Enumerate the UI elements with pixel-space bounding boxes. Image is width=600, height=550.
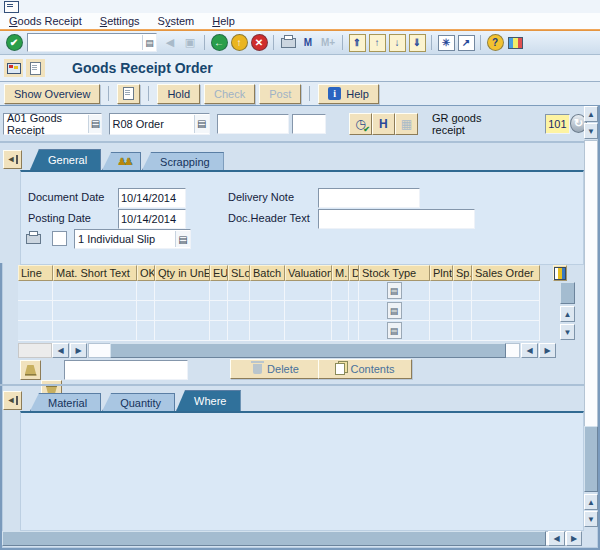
doc-header-text-input[interactable] (318, 209, 475, 229)
exit-button[interactable]: ↑ (229, 33, 249, 52)
table-cell[interactable] (155, 321, 210, 341)
column-header-m-[interactable]: M.. (332, 265, 349, 281)
table-cell[interactable] (155, 301, 210, 321)
close-header-button[interactable]: ◄ (3, 150, 22, 169)
table-cell[interactable] (453, 321, 472, 341)
table-cell[interactable] (18, 321, 53, 341)
dropdown-icon[interactable]: ▤ (175, 231, 190, 247)
window-system-icon[interactable] (4, 1, 19, 13)
column-header-sp-[interactable]: Sp.. (453, 265, 472, 281)
enter-button[interactable]: ✔ (4, 33, 24, 52)
table-cell[interactable] (349, 321, 359, 341)
hold-list-button[interactable]: H (372, 113, 395, 135)
stock-type-dropdown-icon[interactable]: ▤ (387, 322, 402, 339)
table-cell[interactable] (210, 281, 228, 301)
table-cell[interactable] (453, 301, 472, 321)
overview-toggle-button[interactable] (4, 59, 23, 77)
command-input[interactable] (28, 35, 142, 50)
previous-item-button[interactable] (20, 360, 41, 380)
new-document-button[interactable] (117, 84, 140, 104)
main-scroll-left-button[interactable]: ◀ (548, 531, 565, 546)
column-header-line[interactable]: Line (18, 265, 53, 281)
table-cell[interactable] (472, 321, 540, 341)
table-cell[interactable] (349, 301, 359, 321)
table-cell[interactable]: ▤ (359, 301, 430, 321)
main-scroll-right-button[interactable]: ▶ (566, 531, 582, 546)
table-cell[interactable] (137, 321, 155, 341)
new-session-button[interactable]: ✳ (436, 33, 456, 52)
stock-type-dropdown-icon[interactable]: ▤ (387, 302, 402, 319)
tab-scrapping[interactable]: Scrapping (142, 152, 224, 170)
close-detail-button[interactable]: ◄ (3, 391, 22, 410)
print-checkbox[interactable] (52, 231, 67, 246)
table-cell[interactable] (210, 321, 228, 341)
column-header-sloc[interactable]: SLoc (228, 265, 250, 281)
tab-quantity[interactable]: Quantity (102, 393, 175, 411)
main-hscroll-thumb[interactable] (2, 531, 546, 546)
table-cell[interactable] (228, 281, 250, 301)
page-down-button[interactable]: ↓ (387, 33, 407, 52)
cancel-button[interactable]: ✕ (249, 33, 269, 52)
column-header-ok[interactable]: OK (137, 265, 155, 281)
table-cell[interactable] (332, 321, 349, 341)
table-scroll-left-button[interactable]: ◀ (52, 343, 69, 358)
table-cell[interactable] (285, 281, 332, 301)
tab-general[interactable]: General (30, 149, 101, 170)
table-cell[interactable] (332, 301, 349, 321)
action-select[interactable]: A01 Goods Receipt ▤ (3, 113, 102, 135)
table-cell[interactable]: ▤ (359, 321, 430, 341)
table-cell[interactable] (53, 301, 137, 321)
column-header-valuation-t-[interactable]: Valuation T.. (285, 265, 332, 281)
table-cell[interactable] (472, 301, 540, 321)
document-year-input[interactable] (292, 114, 326, 134)
tab-where[interactable]: Where (176, 390, 240, 411)
table-cell[interactable] (137, 281, 155, 301)
reference-select[interactable]: R08 Order ▤ (109, 113, 210, 135)
table-cell[interactable] (472, 281, 540, 301)
table-cell[interactable] (285, 301, 332, 321)
posting-date-input[interactable] (118, 209, 186, 229)
table-vscroll-thumb[interactable] (560, 282, 575, 304)
column-header-qty-in-une[interactable]: Qty in UnE (155, 265, 210, 281)
column-header-mat-short-text[interactable]: Mat. Short Text (53, 265, 137, 281)
command-history-icon[interactable]: ▤ (142, 35, 156, 50)
find-button[interactable]: M (298, 33, 318, 52)
column-header-stock-type[interactable]: Stock Type (359, 265, 430, 281)
execute-button[interactable]: ◷ ✔ (349, 113, 372, 135)
command-field[interactable]: ▤ (27, 33, 157, 52)
first-page-button[interactable]: ⇑ (347, 33, 367, 52)
table-cell[interactable] (53, 321, 137, 341)
services-button[interactable] (26, 59, 45, 77)
help-button[interactable]: ? (485, 33, 505, 52)
item-search-input[interactable] (64, 360, 188, 380)
main-scroll-down-button2[interactable]: ▼ (584, 511, 598, 527)
table-cell[interactable] (210, 301, 228, 321)
customize-layout-button[interactable] (505, 33, 525, 52)
tab-partner[interactable]: ♟♟ (102, 152, 141, 170)
tab-material[interactable]: Material (30, 393, 101, 411)
table-cell[interactable] (332, 281, 349, 301)
table-scroll-up-button[interactable]: ▲ (560, 306, 575, 322)
column-header-eun[interactable]: EUn (210, 265, 228, 281)
table-cell[interactable] (18, 281, 53, 301)
table-scroll-left-button2[interactable]: ◀ (521, 343, 538, 358)
main-scroll-up-button2[interactable]: ▲ (584, 494, 598, 510)
table-cell[interactable] (285, 321, 332, 341)
main-scroll-up-button[interactable]: ▲ (584, 106, 598, 122)
delivery-note-input[interactable] (318, 188, 420, 208)
table-cell[interactable] (430, 321, 453, 341)
hold-button[interactable]: Hold (157, 84, 200, 104)
table-cell[interactable] (53, 281, 137, 301)
table-scroll-right-button[interactable]: ▶ (70, 343, 87, 358)
column-header-d[interactable]: D (349, 265, 359, 281)
table-hscroll-thumb[interactable] (110, 343, 506, 358)
table-cell[interactable] (430, 301, 453, 321)
table-cell[interactable] (228, 321, 250, 341)
table-cell[interactable] (250, 321, 285, 341)
table-scroll-right-button2[interactable]: ▶ (539, 343, 556, 358)
last-page-button[interactable]: ⇓ (407, 33, 427, 52)
dropdown-icon[interactable]: ▤ (88, 115, 101, 133)
document-number-input[interactable] (217, 114, 289, 134)
table-cell[interactable] (349, 281, 359, 301)
table-settings-button[interactable] (553, 265, 567, 281)
